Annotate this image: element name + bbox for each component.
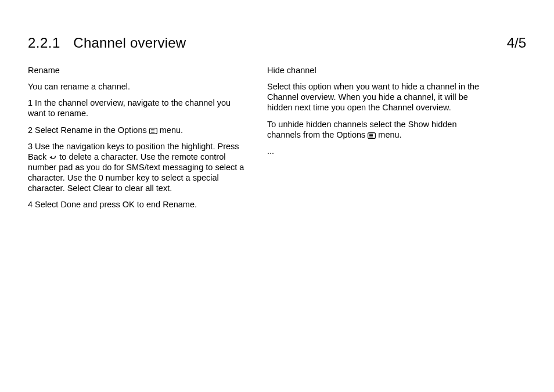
rename-heading: Rename bbox=[28, 65, 249, 75]
page-indicator: 4/5 bbox=[507, 35, 526, 51]
options-menu-icon bbox=[368, 132, 376, 139]
rename-step-2-text-after: menu. bbox=[157, 125, 183, 135]
ellipsis: ... bbox=[267, 146, 488, 156]
options-menu-icon bbox=[149, 128, 157, 134]
unhide-instruction: To unhide hidden channels select the Sho… bbox=[267, 119, 488, 140]
page: 2.2.1 Channel overview 4/5 Rename You ca… bbox=[0, 0, 554, 392]
rename-step-1: 1 In the channel overview, navigate to t… bbox=[28, 98, 249, 118]
section-title: Channel overview bbox=[73, 35, 186, 51]
rename-step-2-text-before: 2 Select Rename in the Options bbox=[28, 125, 149, 135]
rename-step-4: 4 Select Done and press OK to end Rename… bbox=[28, 199, 249, 210]
page-header: 2.2.1 Channel overview 4/5 bbox=[28, 35, 526, 51]
content-columns: Rename You can rename a channel. 1 In th… bbox=[28, 65, 526, 215]
left-column: Rename You can rename a channel. 1 In th… bbox=[28, 65, 249, 215]
hide-channel-description: Select this option when you want to hide… bbox=[267, 81, 488, 113]
back-icon bbox=[49, 154, 57, 161]
rename-step-2: 2 Select Rename in the Options menu. bbox=[28, 125, 249, 135]
section-number: 2.2.1 bbox=[28, 35, 60, 51]
unhide-text-before: To unhide hidden channels select the Sho… bbox=[267, 120, 457, 139]
rename-step-3-text-after: to delete a character. Use the remote co… bbox=[28, 152, 244, 193]
unhide-text-after: menu. bbox=[376, 130, 401, 139]
svg-marker-4 bbox=[50, 156, 52, 159]
right-column: Hide channel Select this option when you… bbox=[267, 65, 488, 215]
hide-channel-heading: Hide channel bbox=[267, 65, 488, 75]
rename-step-3: 3 Use the navigation keys to position th… bbox=[28, 141, 249, 194]
rename-intro: You can rename a channel. bbox=[28, 81, 249, 92]
header-left: 2.2.1 Channel overview bbox=[28, 35, 186, 51]
